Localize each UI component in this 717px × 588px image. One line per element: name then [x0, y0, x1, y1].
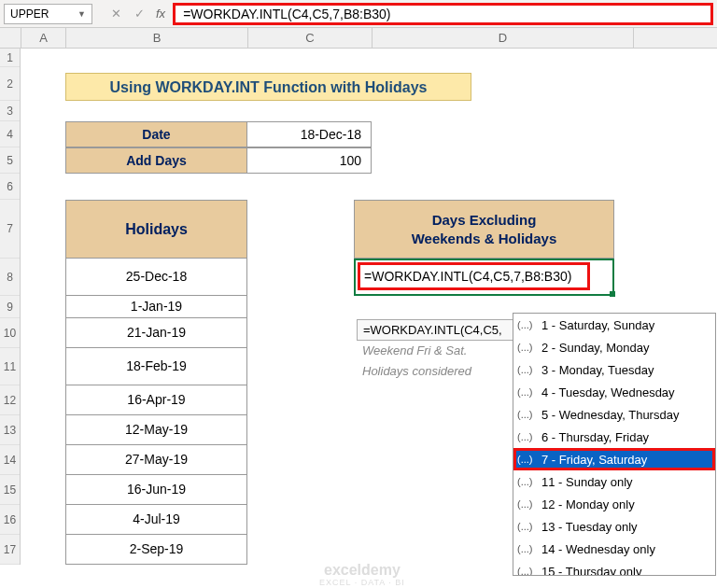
holiday-cell[interactable]: 27-May-19 — [65, 445, 247, 475]
dropdown-item[interactable]: (...)13 - Tuesday only — [513, 515, 715, 538]
option-icon: (...) — [517, 386, 538, 398]
holidays-table: Holidays 25-Dec-18 1-Jan-19 21-Jan-19 18… — [65, 200, 247, 565]
days-excluding-header: Days Excluding Weekends & Holidays — [354, 200, 614, 259]
helper-note-1: Weekend Fri & Sat. — [357, 341, 513, 361]
weekend-dropdown[interactable]: (...)1 - Saturday, Sunday (...)2 - Sunda… — [513, 313, 716, 576]
page-title: Using WORKDAY.INT Function with Holidays — [65, 73, 471, 101]
dropdown-item[interactable]: (...)14 - Wednesday only — [513, 538, 715, 560]
formula-bar[interactable]: =WORKDAY.INTL(C4,C5,7,B8:B30) — [173, 3, 713, 25]
row-header-8[interactable]: 8 — [0, 259, 20, 296]
formula-helper: =WORKDAY.INTL(C4,C5, Weekend Fri & Sat. … — [357, 319, 513, 382]
option-icon: (...) — [517, 476, 538, 487]
dropdown-item[interactable]: (...)1 - Saturday, Sunday — [513, 314, 715, 336]
fx-icon[interactable]: fx — [156, 7, 165, 21]
row-header-4[interactable]: 4 — [0, 121, 20, 147]
row-header-13[interactable]: 13 — [0, 415, 20, 445]
holiday-cell[interactable]: 12-May-19 — [65, 415, 247, 445]
option-icon: (...) — [517, 521, 538, 532]
name-box[interactable]: UPPER ▼ — [4, 4, 92, 24]
row-header-15[interactable]: 15 — [0, 475, 20, 505]
formula-bar-text: =WORKDAY.INTL(C4,C5,7,B8:B30) — [183, 7, 390, 21]
row-header-1[interactable]: 1 — [0, 49, 20, 67]
holiday-cell[interactable]: 2-Sep-19 — [65, 535, 247, 565]
chevron-down-icon[interactable]: ▼ — [77, 9, 86, 19]
col-header-b[interactable]: B — [66, 28, 248, 48]
holiday-cell[interactable]: 18-Feb-19 — [65, 348, 247, 385]
formula-bar-row: UPPER ▼ ✕ ✓ fx =WORKDAY.INTL(C4,C5,7,B8:… — [0, 0, 717, 28]
date-table: Date 18-Dec-18 Add Days 100 — [65, 121, 372, 174]
holiday-cell[interactable]: 1-Jan-19 — [65, 296, 247, 318]
dropdown-item[interactable]: (...)2 - Sunday, Monday — [513, 336, 715, 358]
row-header-11[interactable]: 11 — [0, 348, 20, 385]
holiday-cell[interactable]: 25-Dec-18 — [65, 259, 247, 296]
dropdown-item[interactable]: (...)6 - Thursday, Friday — [513, 426, 715, 448]
row-header-6[interactable]: 6 — [0, 174, 20, 200]
col-header-a[interactable]: A — [21, 28, 66, 48]
name-box-value: UPPER — [10, 7, 49, 21]
formula-bar-icons: ✕ ✓ — [111, 7, 145, 21]
row-header-14[interactable]: 14 — [0, 445, 20, 475]
option-icon: (...) — [517, 498, 538, 510]
formula-cell-text: =WORKDAY.INTL(C4,C5,7,B8:B30) — [358, 262, 590, 290]
row-header-17[interactable]: 17 — [0, 535, 20, 565]
table-row: Add Days 100 — [65, 147, 372, 174]
table-row: Date 18-Dec-18 — [65, 121, 372, 147]
option-icon: (...) — [517, 543, 538, 554]
enter-icon[interactable]: ✓ — [134, 7, 145, 21]
option-icon: (...) — [517, 319, 538, 330]
adddays-label: Add Days — [65, 147, 247, 174]
row-header-5[interactable]: 5 — [0, 147, 20, 174]
helper-note-2: Holidays considered — [357, 361, 513, 382]
option-icon: (...) — [517, 431, 538, 442]
holidays-header: Holidays — [65, 200, 247, 259]
cancel-icon[interactable]: ✕ — [111, 7, 121, 21]
option-icon: (...) — [517, 454, 538, 465]
column-headers: A B C D — [0, 28, 717, 49]
holiday-cell[interactable]: 4-Jul-19 — [65, 505, 247, 535]
row-header-12[interactable]: 12 — [0, 385, 20, 415]
dropdown-item[interactable]: (...)15 - Thursday only — [513, 560, 715, 575]
row-headers: 1 2 3 4 5 6 7 8 9 10 11 12 13 14 15 16 1… — [0, 49, 21, 565]
dropdown-item[interactable]: (...)5 - Wednesday, Thursday — [513, 403, 715, 426]
row-header-3[interactable]: 3 — [0, 101, 20, 121]
option-icon: (...) — [517, 364, 538, 375]
col-header-c[interactable]: C — [248, 28, 373, 48]
row-header-16[interactable]: 16 — [0, 505, 20, 535]
holiday-cell[interactable]: 21-Jan-19 — [65, 318, 247, 348]
spreadsheet: A B C D 1 2 3 4 5 6 7 8 9 10 11 12 13 14… — [0, 28, 717, 49]
select-all[interactable] — [0, 28, 21, 48]
date-value[interactable]: 18-Dec-18 — [247, 121, 372, 147]
dropdown-item[interactable]: (...)3 - Monday, Tuesday — [513, 358, 715, 381]
holiday-cell[interactable]: 16-Apr-19 — [65, 385, 247, 415]
date-label: Date — [65, 121, 247, 147]
watermark: exceldemy EXCEL · DATA · BI — [319, 562, 405, 587]
dropdown-item[interactable]: (...)4 - Tuesday, Wednesday — [513, 381, 715, 403]
dropdown-list[interactable]: (...)1 - Saturday, Sunday (...)2 - Sunda… — [513, 314, 715, 575]
row-header-2[interactable]: 2 — [0, 67, 20, 101]
active-formula-cell[interactable]: =WORKDAY.INTL(C4,C5,7,B8:B30) — [354, 259, 614, 296]
watermark-sub: EXCEL · DATA · BI — [319, 579, 405, 588]
dropdown-item[interactable]: (...)11 - Sunday only — [513, 470, 715, 493]
row-header-7[interactable]: 7 — [0, 200, 20, 259]
helper-formula-text: =WORKDAY.INTL(C4,C5, — [357, 319, 513, 341]
row-header-10[interactable]: 10 — [0, 318, 20, 348]
adddays-value[interactable]: 100 — [247, 147, 372, 174]
row-header-9[interactable]: 9 — [0, 296, 20, 318]
dropdown-item[interactable]: (...)12 - Monday only — [513, 493, 715, 515]
dropdown-item-selected[interactable]: (...)7 - Friday, Saturday — [513, 448, 715, 470]
holiday-cell[interactable]: 16-Jun-19 — [65, 475, 247, 505]
option-icon: (...) — [517, 566, 538, 575]
option-icon: (...) — [517, 342, 538, 353]
watermark-text: exceldemy — [319, 562, 405, 579]
col-header-d[interactable]: D — [373, 28, 634, 48]
option-icon: (...) — [517, 409, 538, 420]
